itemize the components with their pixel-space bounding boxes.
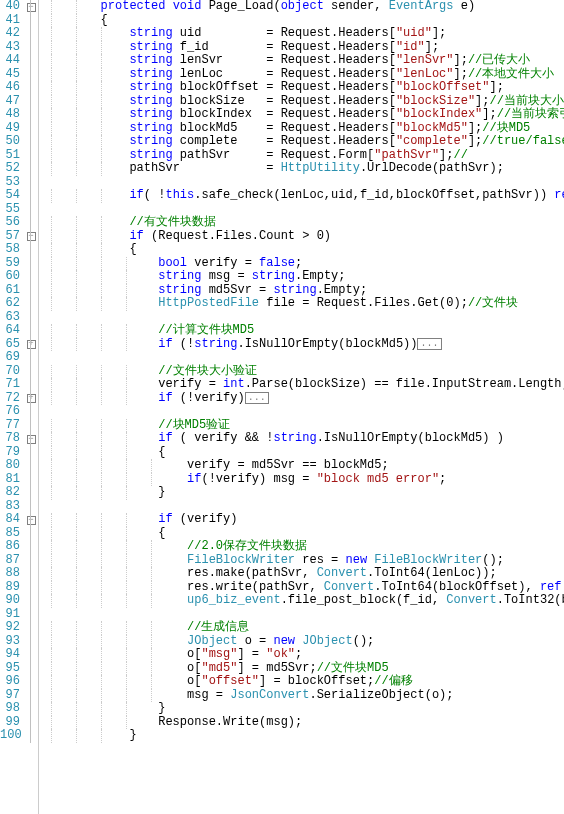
fold-column[interactable] bbox=[24, 351, 38, 365]
code-line[interactable]: } bbox=[43, 729, 564, 743]
fold-column[interactable] bbox=[24, 419, 38, 433]
code-line[interactable]: o["msg"] = "ok"; bbox=[43, 648, 564, 662]
fold-column[interactable] bbox=[24, 567, 38, 581]
fold-ellipsis[interactable]: ... bbox=[245, 392, 269, 404]
fold-collapse-icon[interactable]: − bbox=[27, 3, 36, 12]
fold-column[interactable] bbox=[24, 540, 38, 554]
fold-collapse-icon[interactable]: − bbox=[27, 232, 36, 241]
fold-column[interactable] bbox=[24, 243, 38, 257]
fold-collapse-icon[interactable]: − bbox=[27, 516, 36, 525]
code-line[interactable]: o["md5"] = md5Svr;//文件块MD5 bbox=[43, 662, 564, 676]
code-line[interactable]: up6_biz_event.file_post_block(f_id, Conv… bbox=[43, 594, 564, 608]
code-line[interactable]: bool verify = false; bbox=[43, 257, 564, 271]
code-line[interactable] bbox=[43, 203, 564, 217]
fold-column[interactable] bbox=[24, 122, 38, 136]
code-line[interactable]: //计算文件块MD5 bbox=[43, 324, 564, 338]
fold-collapse-icon[interactable]: − bbox=[27, 435, 36, 444]
code-line[interactable]: if ( verify && !string.IsNullOrEmpty(blo… bbox=[43, 432, 564, 446]
code-line[interactable]: string complete = Request.Headers["compl… bbox=[43, 135, 564, 149]
fold-column[interactable] bbox=[24, 554, 38, 568]
code-line[interactable]: verify = md5Svr == blockMd5; bbox=[43, 459, 564, 473]
code-line[interactable]: { bbox=[43, 446, 564, 460]
fold-column[interactable] bbox=[24, 378, 38, 392]
fold-expand-icon[interactable]: + bbox=[27, 340, 36, 349]
fold-column[interactable] bbox=[24, 162, 38, 176]
fold-column[interactable]: − bbox=[24, 432, 38, 446]
code-line[interactable]: res.make(pathSvr, Convert.ToInt64(lenLoc… bbox=[43, 567, 564, 581]
fold-column[interactable] bbox=[24, 54, 38, 68]
code-line[interactable]: //2.0保存文件块数据 bbox=[43, 540, 564, 554]
fold-column[interactable] bbox=[24, 284, 38, 298]
fold-column[interactable] bbox=[24, 216, 38, 230]
code-line[interactable]: string md5Svr = string.Empty; bbox=[43, 284, 564, 298]
fold-column[interactable] bbox=[24, 14, 38, 28]
fold-column[interactable] bbox=[24, 297, 38, 311]
code-line[interactable]: if (Request.Files.Count > 0) bbox=[43, 230, 564, 244]
fold-column[interactable] bbox=[24, 149, 38, 163]
code-line[interactable]: JObject o = new JObject(); bbox=[43, 635, 564, 649]
code-line[interactable]: } bbox=[43, 486, 564, 500]
fold-column[interactable]: − bbox=[24, 230, 38, 244]
fold-column[interactable] bbox=[24, 675, 38, 689]
fold-column[interactable]: − bbox=[24, 0, 38, 14]
fold-column[interactable] bbox=[24, 581, 38, 595]
code-line[interactable]: { bbox=[43, 243, 564, 257]
code-line[interactable]: { bbox=[43, 14, 564, 28]
fold-column[interactable]: − bbox=[24, 513, 38, 527]
code-line[interactable]: o["offset"] = blockOffset;//偏移 bbox=[43, 675, 564, 689]
code-line[interactable]: verify = int.Parse(blockSize) == file.In… bbox=[43, 378, 564, 392]
fold-expand-icon[interactable]: + bbox=[27, 394, 36, 403]
fold-column[interactable] bbox=[24, 257, 38, 271]
fold-column[interactable]: + bbox=[24, 392, 38, 406]
fold-column[interactable] bbox=[24, 81, 38, 95]
fold-column[interactable] bbox=[24, 446, 38, 460]
fold-column[interactable] bbox=[24, 527, 38, 541]
fold-column[interactable] bbox=[24, 716, 38, 730]
fold-column[interactable] bbox=[24, 95, 38, 109]
fold-column[interactable] bbox=[24, 486, 38, 500]
fold-column[interactable] bbox=[24, 68, 38, 82]
code-line[interactable] bbox=[43, 311, 564, 325]
fold-column[interactable] bbox=[24, 729, 38, 743]
code-line[interactable]: pathSvr = HttpUtility.UrlDecode(pathSvr)… bbox=[43, 162, 564, 176]
code-line[interactable]: string lenLoc = Request.Headers["lenLoc"… bbox=[43, 68, 564, 82]
code-line[interactable]: //块MD5验证 bbox=[43, 419, 564, 433]
code-area[interactable]: protected void Page_Load(object sender, … bbox=[39, 0, 564, 814]
code-line[interactable]: string blockSize = Request.Headers["bloc… bbox=[43, 95, 564, 109]
fold-column[interactable] bbox=[24, 662, 38, 676]
fold-column[interactable] bbox=[24, 500, 38, 514]
fold-column[interactable] bbox=[24, 135, 38, 149]
fold-column[interactable] bbox=[24, 648, 38, 662]
code-line[interactable]: } bbox=[43, 702, 564, 716]
fold-column[interactable] bbox=[24, 459, 38, 473]
code-line[interactable] bbox=[43, 176, 564, 190]
fold-column[interactable] bbox=[24, 324, 38, 338]
code-line[interactable]: if (verify) bbox=[43, 513, 564, 527]
code-line[interactable] bbox=[43, 608, 564, 622]
code-line[interactable] bbox=[43, 500, 564, 514]
code-line[interactable]: protected void Page_Load(object sender, … bbox=[43, 0, 564, 14]
code-line[interactable]: res.write(pathSvr, Convert.ToInt64(block… bbox=[43, 581, 564, 595]
code-line[interactable] bbox=[43, 351, 564, 365]
fold-column[interactable] bbox=[24, 189, 38, 203]
fold-column[interactable] bbox=[24, 608, 38, 622]
code-line[interactable]: string blockMd5 = Request.Headers["block… bbox=[43, 122, 564, 136]
fold-column[interactable] bbox=[24, 621, 38, 635]
code-line[interactable]: { bbox=[43, 527, 564, 541]
fold-ellipsis[interactable]: ... bbox=[417, 338, 441, 350]
fold-column[interactable] bbox=[24, 689, 38, 703]
code-line[interactable] bbox=[43, 405, 564, 419]
fold-column[interactable] bbox=[24, 27, 38, 41]
code-line[interactable]: string f_id = Request.Headers["id"]; bbox=[43, 41, 564, 55]
fold-column[interactable] bbox=[24, 702, 38, 716]
code-line[interactable]: string lenSvr = Request.Headers["lenSvr"… bbox=[43, 54, 564, 68]
code-line[interactable]: //有文件块数据 bbox=[43, 216, 564, 230]
code-line[interactable]: string msg = string.Empty; bbox=[43, 270, 564, 284]
code-line[interactable]: string blockIndex = Request.Headers["blo… bbox=[43, 108, 564, 122]
code-line[interactable]: string uid = Request.Headers["uid"]; bbox=[43, 27, 564, 41]
fold-column[interactable] bbox=[24, 311, 38, 325]
code-line[interactable]: if( !this.safe_check(lenLoc,uid,f_id,blo… bbox=[43, 189, 564, 203]
code-line[interactable]: FileBlockWriter res = new FileBlockWrite… bbox=[43, 554, 564, 568]
code-line[interactable]: msg = JsonConvert.SerializeObject(o); bbox=[43, 689, 564, 703]
fold-column[interactable] bbox=[24, 176, 38, 190]
